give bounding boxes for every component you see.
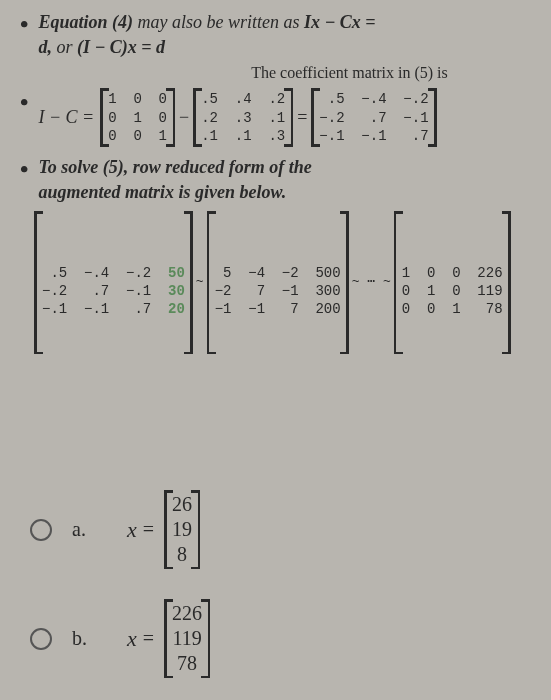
option-b-vector: x = 22611978 (127, 599, 210, 678)
ic-matrix: .5 −.4 −.2 −.2 .7 −.1 −.1 −.1 .7 (311, 88, 436, 147)
aug-matrix-2: 5 −4 −2 500 −2 7 −1 300 −1 −1 7 200 (207, 211, 349, 354)
bullet-dot-3: • (20, 155, 28, 184)
x-var-a: x (127, 517, 137, 543)
eq-sign-b: = (143, 627, 154, 650)
bullet-item-1: • Equation (4) may also be written as Ix… (20, 10, 531, 60)
matrix-equation: I − C = 1 0 0 0 1 0 0 0 1 − .5 .4 .2 .2 … (38, 88, 436, 147)
line-2-d: d, (38, 37, 52, 57)
vector-a: 26198 (164, 490, 200, 569)
eq-ref: Equation (4) (38, 12, 133, 32)
vector-b: 22611978 (164, 599, 210, 678)
matrix-section: The coefficient matrix in (5) is • I − C… (48, 64, 531, 147)
matrix-header: The coefficient matrix in (5) is (168, 64, 531, 82)
option-a-vector: x = 26198 (127, 490, 200, 569)
eq-sign-a: = (143, 518, 154, 541)
option-b[interactable]: b. x = 22611978 (30, 599, 210, 678)
tilde-1: ~ (196, 274, 204, 291)
tilde-2: ~ ⋯ ~ (352, 274, 391, 291)
bullet-dot: • (20, 10, 28, 39)
eq-label: I − C = (38, 107, 94, 128)
line-1-mid: may also be written as (133, 12, 304, 32)
solve-line-2: augmented matrix is given below. (38, 182, 286, 202)
x-var-b: x (127, 626, 137, 652)
line-1-eq: Ix − Cx = (304, 12, 376, 32)
radio-a[interactable] (30, 519, 52, 541)
line-2-eq: (I − C)x = d (77, 37, 165, 57)
solve-content: To solve (5), row reduced form of the au… (38, 155, 531, 205)
c-matrix: .5 .4 .2 .2 .3 .1 .1 .1 .3 (193, 88, 293, 147)
option-a-label: a. (72, 518, 97, 541)
options-group: a. x = 26198 b. x = 22611978 (30, 490, 210, 700)
bullet-dot-2: • (20, 88, 28, 117)
bullet-item-2: • To solve (5), row reduced form of the … (20, 155, 531, 205)
line-1-content: Equation (4) may also be written as Ix −… (38, 10, 531, 60)
radio-b[interactable] (30, 628, 52, 650)
aug-matrix-3: 1 0 0 226 0 1 0 119 0 0 1 78 (394, 211, 511, 354)
option-a[interactable]: a. x = 26198 (30, 490, 210, 569)
line-2-or: or (52, 37, 77, 57)
option-b-label: b. (72, 627, 97, 650)
solve-line-1: To solve (5), row reduced form of the (38, 157, 311, 177)
aug-matrix-1: .5 −.4 −.2 50 −.2 .7 −.1 30 −.1 −.1 .7 2… (34, 211, 193, 354)
augmented-matrices: .5 −.4 −.2 50 −.2 .7 −.1 30 −.1 −.1 .7 2… (34, 211, 531, 354)
identity-matrix: 1 0 0 0 1 0 0 0 1 (100, 88, 175, 147)
